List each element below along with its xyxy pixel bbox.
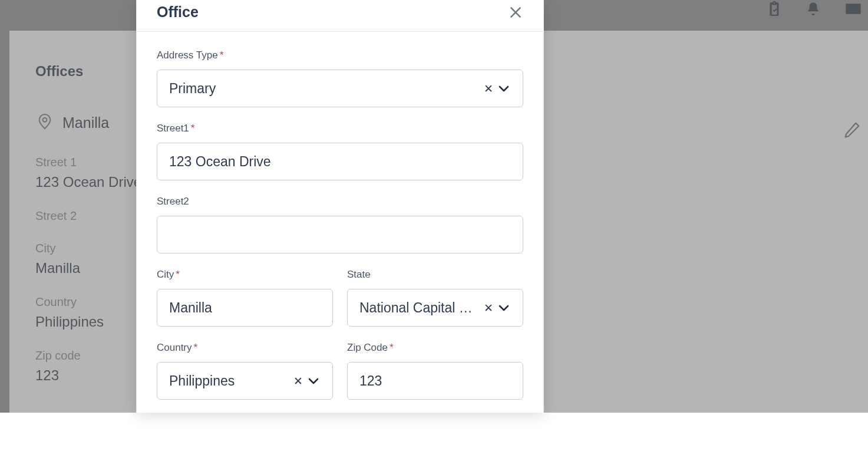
- city-label: City*: [157, 269, 333, 281]
- form-row-city-state: City* State National Capital Reg... ✕: [157, 269, 523, 342]
- country-label: Country*: [157, 342, 333, 354]
- clear-icon[interactable]: ✕: [293, 376, 303, 387]
- select-controls: ✕: [484, 81, 511, 95]
- required-asterisk: *: [390, 342, 394, 353]
- form-group-zip: Zip Code*: [347, 342, 523, 400]
- label-text: Zip Code: [347, 342, 388, 353]
- country-select[interactable]: Philippines ✕: [157, 362, 333, 400]
- required-asterisk: *: [176, 269, 180, 280]
- select-value: Philippines: [169, 373, 289, 389]
- required-asterisk: *: [220, 50, 224, 61]
- select-value: National Capital Reg...: [359, 300, 479, 316]
- chevron-down-icon[interactable]: [306, 374, 321, 388]
- zip-label: Zip Code*: [347, 342, 523, 354]
- street2-label: Street2: [157, 196, 523, 207]
- state-select[interactable]: National Capital Reg... ✕: [347, 289, 523, 327]
- form-row-country-zip: Country* Philippines ✕ Zip Code*: [157, 342, 523, 413]
- label-text: Street1: [157, 123, 189, 134]
- close-icon[interactable]: [508, 5, 523, 20]
- address-type-select[interactable]: Primary ✕: [157, 70, 523, 107]
- state-label: State: [347, 269, 523, 281]
- street1-label: Street1*: [157, 123, 523, 134]
- chevron-down-icon[interactable]: [497, 301, 511, 315]
- form-group-country: Country* Philippines ✕: [157, 342, 333, 400]
- select-controls: ✕: [484, 301, 511, 315]
- form-group-street1: Street1*: [157, 123, 523, 180]
- chevron-down-icon[interactable]: [497, 81, 511, 95]
- modal-body: Address Type* Primary ✕ Street1* Street2: [137, 32, 543, 413]
- modal-title: Office: [157, 4, 199, 21]
- form-group-state: State National Capital Reg... ✕: [347, 269, 523, 327]
- clear-icon[interactable]: ✕: [484, 302, 493, 314]
- label-text: City: [157, 269, 174, 280]
- office-modal: Office Address Type* Primary ✕: [136, 0, 544, 413]
- zip-input[interactable]: [347, 362, 523, 400]
- form-group-city: City*: [157, 269, 333, 327]
- form-group-address-type: Address Type* Primary ✕: [157, 50, 523, 107]
- street1-input[interactable]: [157, 143, 523, 180]
- address-type-label: Address Type*: [157, 50, 523, 61]
- clear-icon[interactable]: ✕: [484, 83, 493, 94]
- modal-header: Office: [137, 0, 543, 32]
- form-group-street2: Street2: [157, 196, 523, 253]
- required-asterisk: *: [194, 342, 198, 353]
- label-text: Address Type: [157, 50, 218, 61]
- select-value: Primary: [169, 81, 479, 97]
- street2-input[interactable]: [157, 216, 523, 253]
- required-asterisk: *: [191, 123, 195, 134]
- select-controls: ✕: [293, 374, 321, 388]
- city-input[interactable]: [157, 289, 333, 327]
- label-text: Country: [157, 342, 192, 353]
